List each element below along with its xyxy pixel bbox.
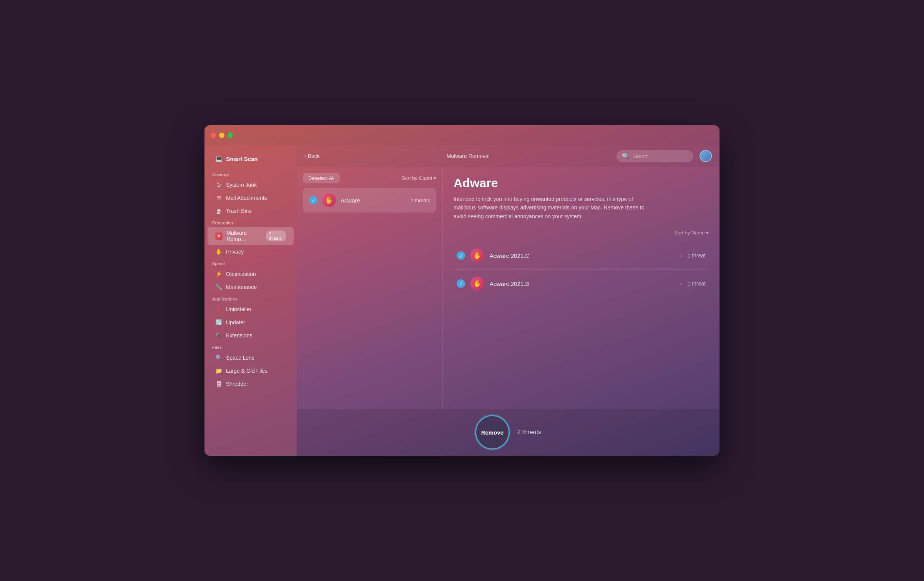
content-header: ‹ Back Malware Removal 🔍	[297, 145, 720, 167]
updater-icon: 🔄	[215, 319, 222, 326]
mail-icon: ✉	[215, 194, 222, 201]
privacy-icon: ✋	[215, 248, 222, 255]
sidebar-item-label: Privacy	[226, 249, 244, 255]
sidebar-item-large-old-files[interactable]: 📁 Large & Old Files	[208, 364, 294, 377]
smart-scan-icon: 💻	[215, 155, 222, 162]
sidebar-item-system-junk[interactable]: 🗂 System Junk	[208, 178, 294, 191]
large-files-icon: 📁	[215, 367, 222, 374]
check-icon: ✓	[457, 279, 465, 288]
malware-badge: 2 threats	[266, 231, 286, 241]
applications-section-label: Applications	[204, 294, 297, 303]
sidebar-item-label: Maintenance	[226, 284, 257, 290]
sidebar-item-optimization[interactable]: ⚡ Optimization	[208, 267, 294, 281]
sidebar-item-space-lens[interactable]: 🔍 Space Lens	[208, 351, 294, 364]
extensions-icon: 🔌	[215, 332, 222, 339]
remove-button[interactable]: Remove	[475, 415, 510, 450]
cleanup-section-label: Cleanup	[204, 169, 297, 178]
threat-name: Adware	[341, 197, 406, 204]
adware-b-threat: 1 threat	[688, 281, 706, 287]
maintenance-icon: 🔧	[215, 284, 222, 290]
space-lens-icon: 🔍	[215, 354, 222, 361]
chevron-right-icon: ›	[680, 252, 682, 259]
remove-threat-count: 2 threats	[517, 429, 541, 436]
speed-section-label: Speed	[204, 258, 297, 267]
search-icon: 🔍	[622, 153, 630, 160]
adware-threat-icon: ✋	[322, 193, 336, 207]
sidebar-item-updater[interactable]: 🔄 Updater	[208, 316, 294, 329]
sidebar-item-shredder[interactable]: 🗄 Shredder	[208, 377, 294, 390]
traffic-lights	[211, 133, 233, 138]
deselect-all-button[interactable]: Deselect All	[303, 173, 340, 183]
content-area: ‹ Back Malware Removal 🔍 Deselect All So…	[297, 145, 720, 456]
threat-list-item[interactable]: ✓ ✋ Adware 2 threats	[303, 188, 436, 212]
chevron-left-icon: ‹	[304, 153, 306, 159]
back-label: Back	[308, 153, 320, 159]
threat-count: 2 threats	[410, 198, 430, 203]
sidebar-item-label: Extensions	[226, 332, 252, 339]
main-layout: 💻 Smart Scan Cleanup 🗂 System Junk ✉ Mai…	[204, 145, 720, 456]
sidebar-item-mail-attachments[interactable]: ✉ Mail Attachments	[208, 191, 294, 204]
adware-c-name: Adware.2021.C	[490, 252, 675, 259]
sidebar-item-privacy[interactable]: ✋ Privacy	[208, 245, 294, 258]
files-section-label: Files	[204, 342, 297, 351]
search-bar[interactable]: 🔍	[617, 150, 693, 162]
app-window: 💻 Smart Scan Cleanup 🗂 System Junk ✉ Mai…	[204, 125, 720, 456]
smart-scan-label: Smart Scan	[226, 156, 258, 162]
left-panel-toolbar: Deselect All Sort by Count ▾	[303, 173, 436, 183]
adware-b-name: Adware.2021.B	[490, 281, 675, 287]
sidebar-item-label: Space Lens	[226, 355, 254, 361]
sidebar-item-label: Shredder	[226, 381, 248, 387]
back-button[interactable]: ‹ Back	[304, 153, 320, 159]
close-button[interactable]	[211, 133, 216, 138]
left-panel: Deselect All Sort by Count ▾ ✓ ✋ Adware …	[297, 167, 443, 409]
sort-by-name-label[interactable]: Sort by Name ▾	[454, 230, 709, 236]
avatar[interactable]	[700, 150, 712, 162]
optimization-icon: ⚡	[215, 271, 222, 277]
shredder-icon: 🗄	[215, 380, 222, 387]
sidebar-item-label: Malware Remo...	[226, 230, 262, 242]
sidebar: 💻 Smart Scan Cleanup 🗂 System Junk ✉ Mai…	[204, 145, 297, 456]
sidebar-item-label: Updater	[226, 319, 245, 325]
maximize-button[interactable]	[228, 133, 233, 138]
minimize-button[interactable]	[219, 133, 224, 138]
sidebar-item-maintenance[interactable]: 🔧 Maintenance	[208, 281, 294, 294]
sort-by-count-button[interactable]: Sort by Count ▾	[402, 175, 436, 181]
chevron-right-icon: ›	[680, 281, 682, 287]
sidebar-item-trash-bins[interactable]: 🗑 Trash Bins	[208, 204, 294, 217]
system-junk-icon: 🗂	[215, 181, 222, 188]
adware-b-icon: ✋	[470, 277, 484, 290]
page-title: Malware Removal	[326, 153, 610, 159]
adware-row-c[interactable]: ✓ ✋ Adware.2021.C › 1 threat	[454, 242, 709, 270]
check-icon: ✓	[309, 196, 317, 204]
adware-list: ✓ ✋ Adware.2021.C › 1 threat ✓ ✋ Adware.…	[454, 242, 709, 297]
trash-icon: 🗑	[215, 208, 222, 214]
right-panel: Adware Intended to trick you into buying…	[443, 167, 720, 409]
sidebar-item-label: Mail Attachments	[226, 195, 267, 201]
sidebar-item-malware-removal[interactable]: ☣ Malware Remo... 2 threats	[208, 227, 294, 245]
sidebar-item-smart-scan[interactable]: 💻 Smart Scan	[208, 151, 294, 166]
adware-row-b[interactable]: ✓ ✋ Adware.2021.B › 1 threat	[454, 270, 709, 297]
malware-icon: ☣	[215, 232, 223, 240]
bottom-bar: Remove 2 threats	[297, 409, 720, 456]
two-panel: Deselect All Sort by Count ▾ ✓ ✋ Adware …	[297, 167, 720, 409]
titlebar	[204, 125, 720, 145]
sidebar-item-label: Large & Old Files	[226, 368, 268, 374]
adware-description: Intended to trick you into buying unwant…	[454, 195, 653, 221]
sidebar-item-label: Uninstaller	[226, 306, 251, 312]
adware-c-icon: ✋	[470, 249, 484, 262]
protection-section-label: Protection	[204, 217, 297, 227]
sidebar-item-label: Trash Bins	[226, 208, 251, 214]
sidebar-item-label: System Junk	[226, 182, 257, 188]
sidebar-item-extensions[interactable]: 🔌 Extensions	[208, 329, 294, 342]
sidebar-item-uninstaller[interactable]: 🔺 Uninstaller	[208, 303, 294, 316]
adware-c-threat: 1 threat	[688, 252, 706, 259]
sidebar-item-label: Optimization	[226, 271, 256, 277]
uninstaller-icon: 🔺	[215, 306, 222, 313]
search-input[interactable]	[633, 153, 688, 159]
adware-title: Adware	[454, 176, 709, 190]
check-icon: ✓	[457, 251, 465, 260]
